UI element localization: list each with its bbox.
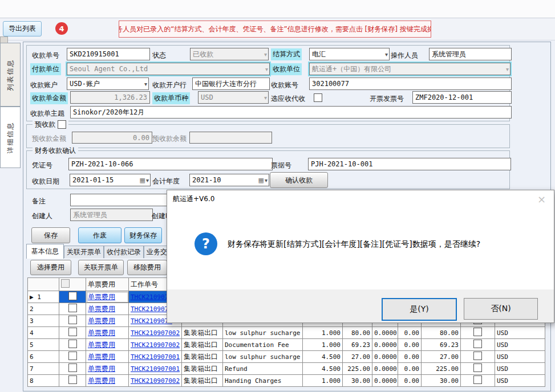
- row-select-cell: [59, 351, 86, 363]
- row-select-cell: [59, 327, 86, 339]
- bill-no-field[interactable]: PJH-2021-10-001: [308, 158, 511, 170]
- side-tab-list-info[interactable]: 列表信息: [0, 43, 21, 107]
- job-number-link[interactable]: THCK210907002: [131, 341, 180, 349]
- receiving-account-label: 收款账户: [30, 80, 58, 90]
- fee-type-link[interactable]: 单票费用: [88, 305, 115, 313]
- account-no-field[interactable]: 302100077: [309, 77, 512, 90]
- payer-select[interactable]: Seoul Agent Co.,Ltd▾: [67, 63, 270, 75]
- row-flag-checkbox[interactable]: [473, 352, 482, 360]
- select-all-checkbox[interactable]: [61, 279, 70, 288]
- receipt-no-label: 收款单号: [32, 51, 59, 60]
- job-number-link[interactable]: THCK2109070: [131, 317, 172, 325]
- finance-save-button[interactable]: 财务保存: [124, 227, 162, 243]
- fee-type-link[interactable]: 单票费用: [88, 353, 115, 361]
- header-select-all[interactable]: [59, 278, 86, 291]
- fiscal-period-picker[interactable]: 2021-10▦▾: [189, 174, 269, 186]
- row-checkbox[interactable]: [68, 340, 77, 348]
- receipt-subject-field[interactable]: Sinokor/2020年12月: [70, 106, 512, 119]
- chevron-down-icon: ▾: [264, 177, 268, 183]
- row-number: 6: [28, 351, 59, 363]
- voucher-no-field[interactable]: PZH-2021-10-066: [68, 158, 273, 170]
- app-window: 导出列表 4 若财务人员对已录入的“结算方式、会计年度、凭证号、备注”信息进行修…: [0, 0, 555, 392]
- row-checkbox[interactable]: [68, 364, 77, 372]
- row-flag-cell: [461, 327, 495, 339]
- invoice-no-field[interactable]: ZMF2020-12-001: [412, 91, 512, 104]
- row-checkbox[interactable]: [68, 352, 77, 360]
- fee-type-link[interactable]: 单票费用: [88, 377, 115, 385]
- receipt-date-value: 2021-01-15: [72, 176, 140, 184]
- fee-type-cell: 单票费用: [86, 351, 129, 363]
- quantity: 4.500: [303, 363, 343, 375]
- fee-type-link[interactable]: 单票费用: [88, 365, 115, 373]
- fiscal-period-value: 2021-10: [192, 176, 258, 184]
- quantity: 1.000: [303, 339, 343, 351]
- row-select-cell: [59, 291, 86, 303]
- void-button[interactable]: 作废: [78, 227, 121, 243]
- table-row[interactable]: 8单票费用THCK210907002集装箱出口Handing Charges1.…: [28, 375, 545, 387]
- close-icon[interactable]: ×: [537, 193, 546, 205]
- remove-fee-button[interactable]: 移除费用: [127, 260, 167, 275]
- receipt-no-field[interactable]: SKD210915001: [67, 48, 150, 60]
- fee-type-link[interactable]: 单票费用: [88, 317, 115, 325]
- status-value: 已收款: [193, 50, 263, 59]
- prepay-checkbox[interactable]: [58, 120, 66, 129]
- side-tab-detail-info[interactable]: 详细信息: [0, 107, 21, 168]
- row-checkbox[interactable]: [68, 316, 77, 324]
- row-flag-checkbox[interactable]: [473, 328, 482, 336]
- yes-button[interactable]: 是(Y): [382, 298, 457, 321]
- settlement-method-select[interactable]: 电汇▾: [309, 48, 390, 60]
- row-checkbox[interactable]: [68, 375, 77, 384]
- tab-linked-invoices[interactable]: 关联开票单: [64, 246, 104, 258]
- operator-field[interactable]: 系统管理员: [429, 48, 512, 60]
- job-number-link[interactable]: THCK210907002: [131, 377, 180, 385]
- payee-value: 航运通+（中国）有限公司: [312, 64, 505, 74]
- row-flag-checkbox[interactable]: [473, 364, 482, 372]
- tab-basic-info[interactable]: 基本信息: [26, 244, 64, 259]
- table-row[interactable]: 5单票费用THCK210907002集装箱出口Documentation Fee…: [28, 339, 545, 351]
- table-row[interactable]: 4单票费用THCK210907002集装箱出口low sulphur sucha…: [28, 327, 545, 339]
- fee-type-link[interactable]: 单票费用: [88, 329, 115, 337]
- job-number-link[interactable]: THCK2109070: [131, 305, 172, 313]
- row-flag-cell: [461, 351, 495, 363]
- tab-payment-records[interactable]: 收付款记录: [104, 246, 144, 258]
- receiving-account-select[interactable]: USD-账户▾: [67, 77, 149, 90]
- receipt-date-picker[interactable]: 2021-01-15▦▾: [70, 174, 151, 186]
- row-select-cell: [59, 363, 86, 375]
- row-flag-checkbox[interactable]: [473, 340, 482, 348]
- table-row[interactable]: 7单票费用THCK210907001集装箱出口Refund4.500225.00…: [28, 363, 545, 375]
- save-button[interactable]: 保存: [31, 227, 70, 243]
- confirm-dialog: 航运通+V6.0 × ? 财务保存将更新[结算方式][会计年度][备注][凭证号…: [167, 190, 554, 323]
- job-number-link[interactable]: THCK210907001: [131, 365, 180, 373]
- confirm-receipt-button[interactable]: 确认收款: [270, 172, 328, 188]
- row-number: 7: [28, 363, 59, 375]
- job-no-cell: THCK210907001: [129, 351, 182, 363]
- fee-type-link[interactable]: 单票费用: [88, 341, 115, 349]
- finance-confirm-title: 财务收款确认: [35, 146, 76, 156]
- link-invoice-button[interactable]: 关联开票单: [78, 260, 124, 275]
- biz-type: 集装箱出口: [182, 339, 223, 351]
- export-list-button[interactable]: 导出列表: [3, 21, 42, 36]
- voucher-no-label: 凭证号: [32, 161, 52, 170]
- exchange-rate: 0.0000: [372, 375, 398, 387]
- settlement-method-value: 电汇: [312, 50, 384, 59]
- row-checkbox[interactable]: [68, 328, 77, 336]
- row-checkbox[interactable]: [68, 304, 77, 312]
- row-number: 2: [28, 303, 59, 315]
- side-tab-detail-label: 详细信息: [6, 121, 15, 153]
- ar-collect-checkbox[interactable]: [314, 93, 322, 102]
- prepay-balance-label: 预收款余额: [152, 134, 187, 144]
- row-select-cell: [59, 303, 86, 315]
- row-flag-checkbox[interactable]: [473, 375, 482, 384]
- row-checkbox[interactable]: [68, 292, 77, 300]
- unit-price: 225.00: [343, 363, 372, 375]
- table-row[interactable]: 6单票费用THCK210907001集装箱出口low sulphur sucha…: [28, 351, 545, 363]
- no-button[interactable]: 否(N): [464, 298, 538, 320]
- select-fee-button[interactable]: 选择费用: [30, 260, 71, 275]
- job-number-link[interactable]: THCK210907001: [131, 353, 180, 361]
- job-number-link[interactable]: THCK2109070: [131, 293, 172, 301]
- fee-type-link[interactable]: 单票费用: [88, 293, 115, 301]
- job-number-link[interactable]: THCK210907002: [131, 329, 180, 337]
- bank-field[interactable]: 中国银行大连市分行: [192, 77, 270, 90]
- unit-price: 80.00: [343, 327, 372, 339]
- tax-amount: 0.00: [398, 351, 422, 363]
